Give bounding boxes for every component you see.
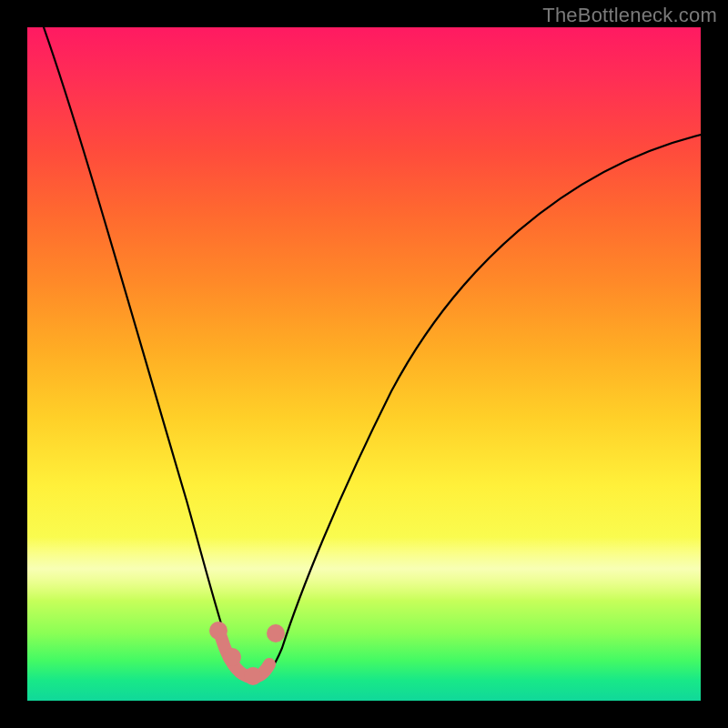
bead-right-icon xyxy=(267,624,285,642)
watermark-text: TheBottleneck.com xyxy=(542,4,717,27)
bead-left-upper-icon xyxy=(209,622,228,640)
plot-area xyxy=(27,27,701,701)
bottleneck-curve xyxy=(27,27,701,701)
outer-frame: TheBottleneck.com xyxy=(0,0,728,728)
curve-path xyxy=(44,27,701,681)
bead-left-lower-icon xyxy=(223,648,241,666)
bead-trough-icon xyxy=(244,667,262,685)
